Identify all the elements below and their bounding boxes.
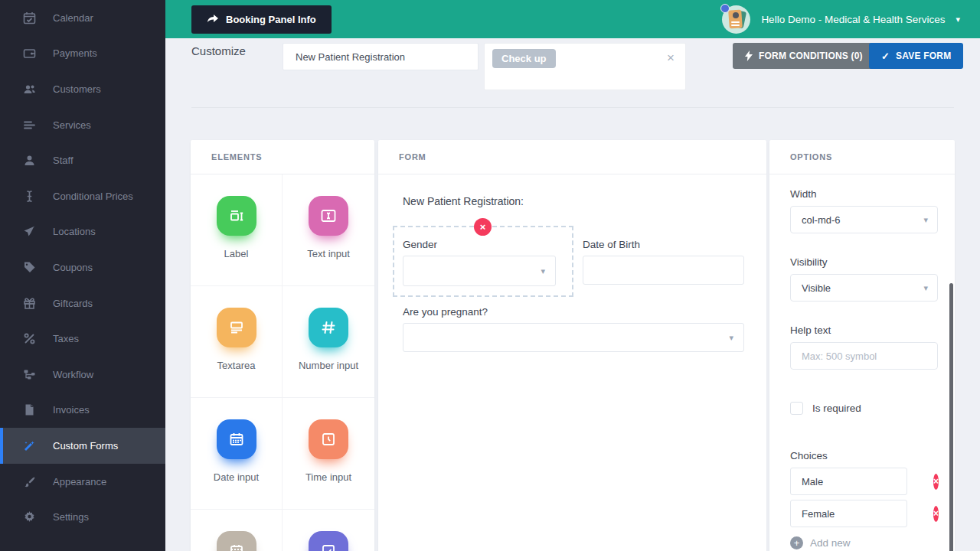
choice-row: × [790, 500, 938, 527]
element-label[interactable]: Label [191, 174, 283, 286]
close-icon[interactable]: × [667, 51, 675, 64]
is-required-checkbox-row[interactable]: Is required [790, 402, 938, 415]
check-icon: ✓ [881, 51, 890, 62]
wallet-icon [23, 47, 36, 60]
sidebar-item-locations[interactable]: Locations [0, 214, 165, 250]
sidebar: Calendar Payments Customers Services Sta… [0, 0, 165, 551]
list-icon [23, 119, 36, 132]
pregnant-field-label: Are you pregnant? [403, 306, 488, 318]
gender-field-label: Gender [403, 239, 437, 250]
sidebar-item-invoices[interactable]: Invoices [0, 393, 165, 429]
dob-field-label: Date of Birth [583, 239, 640, 250]
gender-select[interactable]: ▾ [403, 256, 556, 286]
sidebar-item-label: Custom Forms [53, 440, 118, 452]
remove-choice-button[interactable]: × [933, 474, 939, 490]
form-tabs-card: Check up × [484, 43, 686, 90]
workflow-icon [23, 368, 36, 381]
is-required-label: Is required [812, 403, 861, 414]
elements-panel: ELEMENTS Label Text input Textarea [191, 140, 374, 551]
sidebar-item-settings[interactable]: Settings [0, 499, 165, 535]
choice-input-female[interactable] [790, 500, 907, 527]
sidebar-item-staff[interactable]: Staff [0, 142, 165, 178]
vertical-scrollbar[interactable] [949, 283, 953, 551]
form-name-input[interactable] [283, 43, 479, 70]
text-cursor-icon [23, 190, 36, 203]
help-text-input[interactable] [802, 350, 937, 362]
pregnant-select[interactable]: ▾ [403, 323, 744, 352]
sidebar-item-label: Settings [53, 511, 89, 523]
sidebar-item-taxes[interactable]: Taxes [0, 321, 165, 357]
time-input-element-icon [309, 419, 348, 459]
share-arrow-icon [207, 15, 218, 24]
element-textarea[interactable]: Textarea [191, 286, 283, 398]
sidebar-item-label: Taxes [53, 333, 79, 344]
tab-check-up[interactable]: Check up [492, 49, 556, 68]
visibility-label: Visibility [790, 256, 938, 268]
form-conditions-button[interactable]: FORM CONDITIONS (0) [733, 43, 875, 69]
chevron-down-icon: ▾ [923, 215, 928, 225]
sidebar-item-label: Calendar [53, 12, 93, 24]
main-content: Customize Check up × FORM CONDITIONS (0)… [165, 38, 980, 551]
sidebar-item-label: Invoices [53, 404, 90, 416]
plus-icon: + [790, 536, 803, 549]
topbar: Booking Panel Info Hello Demo - Medical … [165, 0, 980, 38]
choice-row: × [790, 468, 938, 495]
number-input-element-icon [309, 308, 348, 347]
chevron-down-icon: ▾ [923, 283, 928, 293]
form-panel-title: FORM [378, 140, 766, 174]
sidebar-item-giftcards[interactable]: Giftcards [0, 285, 165, 321]
text-input-element-icon [309, 196, 348, 236]
magic-wand-icon [23, 439, 36, 452]
booking-panel-info-button[interactable]: Booking Panel Info [191, 5, 332, 34]
sidebar-item-conditional-prices[interactable]: Conditional Prices [0, 178, 165, 214]
sidebar-item-workflow[interactable]: Workflow [0, 357, 165, 393]
width-label: Width [790, 188, 938, 200]
save-form-button[interactable]: ✓ SAVE FORM [869, 43, 963, 69]
options-panel-title: OPTIONS [769, 140, 955, 174]
element-date-input[interactable]: Date input [191, 398, 283, 510]
user-menu[interactable]: Hello Demo - Medical & Health Services ▾ [722, 5, 960, 34]
sidebar-item-label: Customers [53, 83, 101, 95]
width-select[interactable]: col-md-6 ▾ [790, 206, 938, 233]
element-checkbox[interactable] [283, 510, 374, 551]
gift-icon [23, 297, 36, 310]
sidebar-item-custom-forms[interactable]: Custom Forms [0, 428, 165, 464]
sidebar-item-customers[interactable]: Customers [0, 71, 165, 107]
elements-panel-title: ELEMENTS [191, 140, 374, 174]
sidebar-item-payments[interactable]: Payments [0, 36, 165, 72]
tag-icon [23, 261, 36, 274]
add-new-choice-button[interactable]: + Add new [790, 536, 938, 549]
sidebar-item-coupons[interactable]: Coupons [0, 249, 165, 285]
sidebar-item-label: Staff [53, 155, 74, 166]
element-datetime-input[interactable] [191, 510, 283, 551]
is-required-checkbox[interactable] [790, 402, 803, 415]
element-time-input[interactable]: Time input [283, 398, 374, 510]
remove-choice-button[interactable]: × [933, 506, 939, 522]
choice-input-male[interactable] [790, 468, 907, 495]
sidebar-item-label: Payments [53, 47, 97, 59]
element-number-input[interactable]: Number input [283, 286, 374, 398]
visibility-select[interactable]: Visible ▾ [790, 274, 938, 302]
sidebar-item-label: Locations [53, 226, 96, 237]
chevron-down-icon: ▾ [956, 15, 960, 24]
lightning-icon [745, 51, 753, 61]
calendar-icon [23, 11, 36, 24]
dob-input[interactable] [583, 256, 744, 285]
percent-icon [23, 332, 36, 345]
label-element-icon [217, 196, 256, 236]
remove-field-button[interactable]: × [474, 218, 492, 236]
paper-plane-icon [23, 225, 36, 238]
form-panel: FORM New Patient Registration: × Gender … [378, 140, 766, 551]
sidebar-item-services[interactable]: Services [0, 107, 165, 143]
choices-label: Choices [790, 450, 938, 461]
sidebar-item-appearance[interactable]: Appearance [0, 464, 165, 500]
checkbox-element-icon [309, 531, 348, 551]
sidebar-item-label: Giftcards [53, 298, 93, 309]
sidebar-item-calendar[interactable]: Calendar [0, 0, 165, 36]
element-text-input[interactable]: Text input [283, 174, 374, 286]
sidebar-item-label: Conditional Prices [53, 191, 133, 202]
options-panel: OPTIONS Width col-md-6 ▾ Visibility Visi… [769, 140, 955, 551]
form-display-title: New Patient Registration: [403, 195, 524, 207]
avatar [722, 5, 750, 34]
user-greeting: Hello Demo - Medical & Health Services [761, 14, 945, 25]
